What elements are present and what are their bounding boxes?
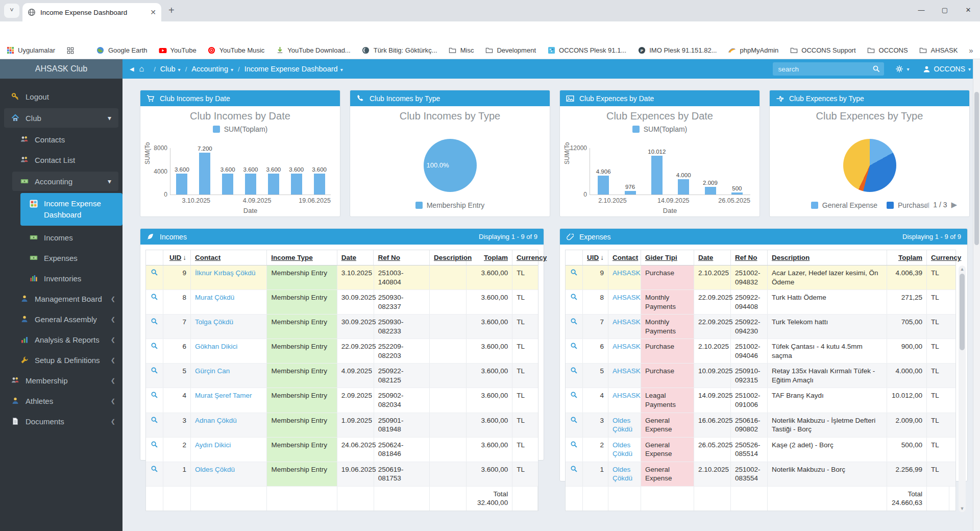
scrollbar-thumb[interactable] bbox=[960, 274, 965, 350]
sidebar-collapse-icon[interactable]: ◀ bbox=[130, 66, 134, 73]
contact-link[interactable]: AHSASK bbox=[608, 339, 641, 363]
user-menu[interactable]: OCCONS ▾ bbox=[923, 65, 971, 73]
contact-link[interactable]: Aydın Dikici bbox=[191, 438, 267, 462]
col-header-description[interactable]: Description bbox=[768, 250, 887, 265]
pie-legend[interactable]: Membership Entry bbox=[350, 201, 550, 209]
col-header-currency[interactable]: Currency bbox=[927, 250, 949, 265]
col-header-uid[interactable]: UID↓ bbox=[163, 250, 191, 265]
sidebar-item[interactable]: Expenses bbox=[0, 248, 122, 268]
bookmark-item[interactable]: P IMO Plesk 91.151.82... bbox=[638, 46, 717, 55]
bar[interactable] bbox=[268, 174, 279, 195]
bar[interactable] bbox=[245, 174, 256, 195]
page-scrollbar[interactable] bbox=[973, 59, 980, 531]
contact-link[interactable]: Oldes Çökdü bbox=[608, 413, 641, 437]
bar[interactable] bbox=[705, 187, 716, 195]
sidebar-item[interactable]: Documents bbox=[0, 412, 122, 431]
row-magnifier-icon[interactable] bbox=[566, 315, 583, 339]
contact-link[interactable]: İlknur Kırbaş Çökdü bbox=[191, 266, 267, 289]
bookmark-item[interactable]: phpMyAdmin bbox=[728, 46, 778, 55]
contact-link[interactable]: Murat Şeref Tamer bbox=[191, 388, 267, 412]
bookmark-item[interactable]: OCCONS bbox=[867, 46, 908, 55]
sidebar-item[interactable]: Setup & Definitions bbox=[0, 350, 122, 370]
col-header-uid[interactable]: UID↓ bbox=[583, 250, 608, 265]
new-tab-button[interactable]: + bbox=[168, 5, 175, 16]
col-header-gider-tipi[interactable]: Gider Tipi bbox=[641, 250, 694, 265]
row-magnifier-icon[interactable] bbox=[566, 290, 583, 314]
row-magnifier-icon[interactable] bbox=[566, 462, 583, 486]
row-magnifier-icon[interactable] bbox=[146, 438, 163, 462]
bar[interactable] bbox=[222, 174, 233, 195]
row-magnifier-icon[interactable] bbox=[146, 339, 163, 363]
breadcrumb-accounting[interactable]: Accounting▾ bbox=[191, 65, 233, 73]
row-magnifier-icon[interactable] bbox=[566, 364, 583, 388]
search-icon[interactable] bbox=[872, 65, 880, 73]
sidebar-item[interactable]: Accounting bbox=[12, 172, 118, 191]
sidebar-item[interactable]: Logout bbox=[0, 87, 122, 106]
chart-legend[interactable]: SUM(Toplam) bbox=[140, 125, 340, 133]
contact-link[interactable]: AHSASK bbox=[608, 315, 641, 339]
sidebar-item[interactable]: Analysis & Reports bbox=[0, 330, 122, 349]
col-header-date[interactable]: Date bbox=[337, 250, 374, 265]
contact-link[interactable]: Oldes Çökdü bbox=[191, 462, 267, 486]
bookmark-item[interactable]: Misc bbox=[449, 46, 474, 55]
pager-prev-icon[interactable]: ◀ bbox=[923, 200, 929, 209]
search-input[interactable] bbox=[773, 62, 884, 76]
contact-link[interactable]: Gökhan Dikici bbox=[191, 339, 267, 363]
sidebar-item[interactable]: Membership bbox=[0, 371, 122, 390]
bookmark-item[interactable]: Türk Bitig: Göktürkç... bbox=[362, 46, 437, 55]
bookmarks-overflow-chevron[interactable]: » bbox=[969, 46, 973, 55]
row-magnifier-icon[interactable] bbox=[146, 413, 163, 437]
chart-legend[interactable]: SUM(Toplam) bbox=[560, 125, 760, 133]
col-header-ref-no[interactable]: Ref No bbox=[731, 250, 768, 265]
bookmark-item[interactable]: YouTube Download... bbox=[276, 46, 350, 55]
row-magnifier-icon[interactable] bbox=[566, 339, 583, 363]
row-magnifier-icon[interactable] bbox=[566, 438, 583, 462]
bookmark-item[interactable]: OCCONS Plesk 91.1... bbox=[547, 46, 626, 55]
bar[interactable] bbox=[678, 179, 689, 195]
col-header-toplam[interactable]: Toplam bbox=[887, 250, 927, 265]
tab-search-button[interactable]: ˅ bbox=[4, 4, 19, 18]
col-header-toplam[interactable]: Toplam bbox=[467, 250, 512, 265]
sidebar-item[interactable]: Contacts bbox=[0, 130, 122, 149]
contact-link[interactable]: Oldes Çökdü bbox=[608, 438, 641, 462]
window-minimize-button[interactable]: — bbox=[910, 0, 933, 21]
sidebar-item[interactable]: Inventories bbox=[0, 269, 122, 288]
expenses-table-scrollbar[interactable]: ▲ ▼ bbox=[959, 266, 966, 512]
breadcrumb-dashboard[interactable]: Income Expense Dashboard▾ bbox=[244, 65, 343, 73]
row-magnifier-icon[interactable] bbox=[566, 266, 583, 289]
bar[interactable] bbox=[314, 174, 325, 195]
sidebar-item[interactable]: Management Board bbox=[0, 289, 122, 308]
contact-link[interactable]: Gürçin Can bbox=[191, 364, 267, 388]
contact-link[interactable]: Oldes Çökdü bbox=[608, 462, 641, 486]
col-header-ref-no[interactable]: Ref No bbox=[374, 250, 430, 265]
bookmark-item[interactable]: YouTube bbox=[159, 46, 197, 55]
row-magnifier-icon[interactable] bbox=[146, 290, 163, 314]
scroll-up-icon[interactable]: ▲ bbox=[959, 267, 966, 272]
sidebar-item[interactable]: Income Expense Dashboard bbox=[20, 193, 122, 226]
col-header-income-type[interactable]: Income Type bbox=[267, 250, 337, 265]
row-magnifier-icon[interactable] bbox=[146, 388, 163, 412]
pie-chart[interactable] bbox=[843, 139, 896, 192]
bar[interactable] bbox=[651, 156, 663, 195]
row-magnifier-icon[interactable] bbox=[146, 364, 163, 388]
contact-link[interactable]: Tolga Çökdü bbox=[191, 315, 267, 339]
row-magnifier-icon[interactable] bbox=[146, 462, 163, 486]
reading-list-grid-icon[interactable] bbox=[66, 46, 78, 55]
col-header-contact[interactable]: Contact bbox=[608, 250, 641, 265]
bookmark-item[interactable]: Development bbox=[485, 46, 536, 55]
col-header-currency[interactable]: Currency bbox=[512, 250, 538, 265]
contact-link[interactable]: Murat Çökdü bbox=[191, 290, 267, 314]
bookmark-item[interactable]: YouTube Music bbox=[208, 46, 265, 55]
bar[interactable] bbox=[176, 174, 187, 195]
pager-next-icon[interactable]: ▶ bbox=[951, 200, 957, 209]
row-magnifier-icon[interactable] bbox=[146, 266, 163, 289]
browser-tab[interactable]: Income Expense Dashboard ✕ bbox=[22, 3, 161, 21]
row-magnifier-icon[interactable] bbox=[566, 388, 583, 412]
bar[interactable] bbox=[598, 176, 609, 195]
breadcrumb-home-icon[interactable]: ⌂ bbox=[139, 64, 144, 74]
contact-link[interactable]: AHSASK bbox=[608, 266, 641, 289]
sidebar-item[interactable]: Club bbox=[4, 108, 118, 128]
window-close-button[interactable]: ✕ bbox=[957, 0, 980, 21]
contact-link[interactable]: AHSASK bbox=[608, 290, 641, 314]
contact-link[interactable]: AHSASK bbox=[608, 364, 641, 388]
